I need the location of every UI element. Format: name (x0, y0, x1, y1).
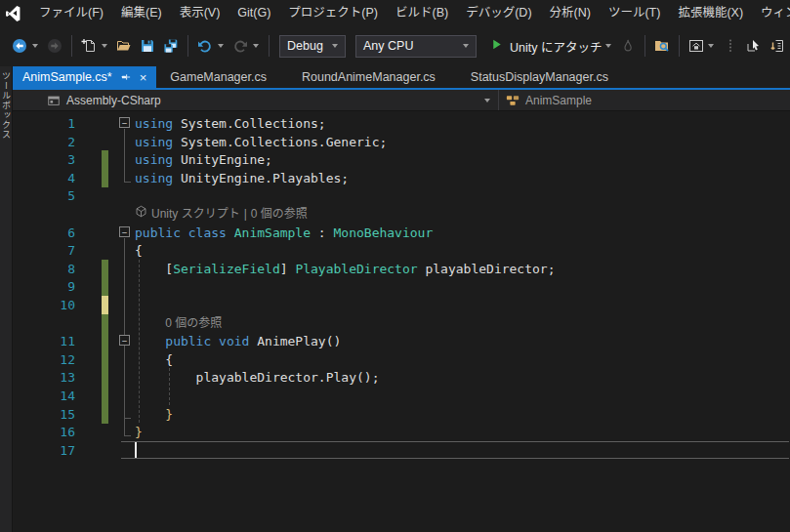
change-bar-green (102, 332, 108, 350)
project-dropdown[interactable]: Assembly-CSharp (13, 90, 498, 110)
fold-collapse-box[interactable]: − (119, 226, 130, 237)
fold-collapse-box[interactable]: − (119, 335, 130, 346)
code-editor[interactable]: 1−using System.Collections;2using System… (13, 111, 790, 532)
solution-platform-dropdown[interactable]: Any CPU (355, 35, 477, 58)
code-token: using (135, 152, 173, 167)
pointer-box-icon (746, 38, 762, 54)
menu-analyze[interactable]: 分析(N) (541, 0, 600, 25)
chevron-down-icon[interactable] (218, 44, 224, 48)
fold-collapse-box[interactable]: − (119, 117, 130, 128)
menu-project[interactable]: プロジェクト(P) (279, 0, 387, 25)
undo-icon (197, 38, 213, 54)
code-line-2[interactable]: 2using System.Collections.Generic; (13, 133, 790, 151)
code-line-12[interactable]: 12 { (13, 350, 790, 369)
attach-to-unity-label: Unity にアタッチ (510, 37, 602, 56)
code-line-14[interactable]: 14 (13, 387, 790, 405)
code-token: using (135, 116, 173, 131)
codelens-references-link[interactable]: 0 個の参照 (165, 314, 222, 333)
code-token: } (135, 407, 173, 422)
menu-git[interactable]: Git(G) (229, 0, 279, 25)
attach-to-unity-button[interactable]: Unity にアタッチ (490, 37, 602, 56)
tab-roundanimemanager-cs[interactable]: RoundAnimeManager.cs (288, 66, 457, 88)
startup-view-button[interactable] (685, 34, 708, 58)
menu-window[interactable]: ウィンドウ(W) (752, 0, 790, 25)
sync-with-active-document-button[interactable] (766, 34, 789, 58)
code-line-8[interactable]: 8 [SerializeField] PlayableDirector play… (13, 260, 790, 278)
code-line-9[interactable]: 9 (13, 277, 790, 296)
line-number: 6 (13, 224, 75, 242)
menu-file[interactable]: ファイル(F) (30, 0, 112, 25)
code-text: { (135, 241, 143, 260)
chevron-down-icon (463, 44, 469, 48)
undo-button[interactable] (193, 34, 217, 58)
codelens-text: | (244, 205, 247, 224)
toolbar-separator (679, 35, 680, 57)
codelens-row: 0 個の参照 (13, 314, 790, 333)
open-file-button[interactable] (112, 34, 136, 58)
play-icon (490, 38, 503, 54)
code-text: playableDirector.Play(); (135, 368, 379, 387)
unity-cube-icon (135, 205, 147, 224)
chevron-down-icon[interactable] (102, 44, 107, 48)
left-dock-strip: ツールボックス (0, 66, 13, 532)
line-number: 1 (13, 114, 75, 133)
code-token: public class (135, 225, 227, 240)
toolbar-overflow-icon[interactable] (708, 44, 714, 48)
code-line-5[interactable]: 5 (13, 186, 790, 205)
menu-build[interactable]: ビルド(B) (387, 0, 457, 25)
code-line-7[interactable]: 7{ (13, 241, 790, 260)
line-number: 7 (13, 241, 75, 260)
chevron-down-icon[interactable] (253, 44, 259, 48)
line-number: 3 (13, 150, 75, 169)
find-in-files-button[interactable] (650, 34, 674, 58)
code-token: playableDirector; (418, 262, 556, 276)
dropdown-value: Debug (287, 39, 323, 53)
code-line-1[interactable]: 1−using System.Collections; (13, 114, 790, 133)
toolbox-vertical-tab[interactable]: ツールボックス (0, 71, 13, 140)
code-line-3[interactable]: 3using UnityEngine; (13, 150, 790, 169)
navigate-backward-button[interactable] (8, 34, 31, 58)
code-line-17[interactable]: 17 (13, 441, 790, 460)
pin-icon[interactable] (120, 71, 132, 83)
chevron-down-icon[interactable] (32, 44, 38, 48)
new-file-button[interactable] (77, 34, 101, 58)
code-line-13[interactable]: 13 playableDirector.Play(); (13, 368, 790, 387)
menu-tools[interactable]: ツール(T) (600, 0, 669, 25)
code-line-11[interactable]: 11− public void AnimePlay() (13, 332, 790, 350)
code-line-15[interactable]: 15 } (13, 405, 790, 424)
solution-configuration-dropdown[interactable]: Debug (279, 35, 346, 58)
menu-debug[interactable]: デバッグ(D) (457, 0, 540, 25)
code-line-10[interactable]: 10 (13, 296, 790, 314)
code-token: { (135, 352, 173, 367)
code-text: } (135, 423, 143, 441)
menu-extensions[interactable]: 拡張機能(X) (669, 0, 752, 25)
tab-statusdisplaymanager-cs[interactable]: StatusDisplayManager.cs (457, 66, 630, 88)
codelens-info: 0 個の参照 (165, 314, 222, 333)
type-dropdown[interactable]: AnimSample (499, 90, 790, 110)
chevron-down-icon[interactable] (484, 99, 490, 102)
close-icon[interactable]: × (140, 71, 147, 84)
save-button[interactable] (136, 34, 159, 58)
codelens-references-link[interactable]: 0 個の参照 (251, 205, 308, 224)
toolbar: DebugAny CPUUnity にアタッチ (0, 25, 790, 66)
select-container-button[interactable] (742, 34, 766, 58)
menu-edit[interactable]: 編集(E) (112, 0, 171, 25)
chevron-down-icon[interactable] (605, 44, 611, 48)
code-line-4[interactable]: 4using UnityEngine.Playables; (13, 169, 790, 187)
navigation-bar: Assembly-CSharp AnimSample (13, 90, 790, 111)
code-token: System.Collections; (173, 116, 326, 131)
code-line-16[interactable]: 16} (13, 423, 790, 441)
line-number: 8 (13, 260, 75, 278)
tab-label: AnimSample.cs* (22, 70, 112, 84)
toolbar-drag-handle[interactable] (719, 34, 742, 58)
code-line-6[interactable]: 6−public class AnimSample : MonoBehaviou… (13, 224, 790, 242)
toolbar-separator (187, 35, 188, 57)
tab-gamemanager-cs[interactable]: GameManager.cs (156, 66, 288, 88)
code-token: UnityEngine.Playables; (173, 171, 349, 185)
line-number: 17 (13, 441, 75, 460)
save-all-button[interactable] (159, 34, 183, 58)
tab-animsample-cs[interactable]: AnimSample.cs*× (13, 66, 156, 88)
change-bar-green (102, 260, 108, 278)
menu-view[interactable]: 表示(V) (171, 0, 229, 25)
main-menu: ファイル(F)編集(E)表示(V)Git(G)プロジェクト(P)ビルド(B)デバ… (30, 0, 790, 25)
